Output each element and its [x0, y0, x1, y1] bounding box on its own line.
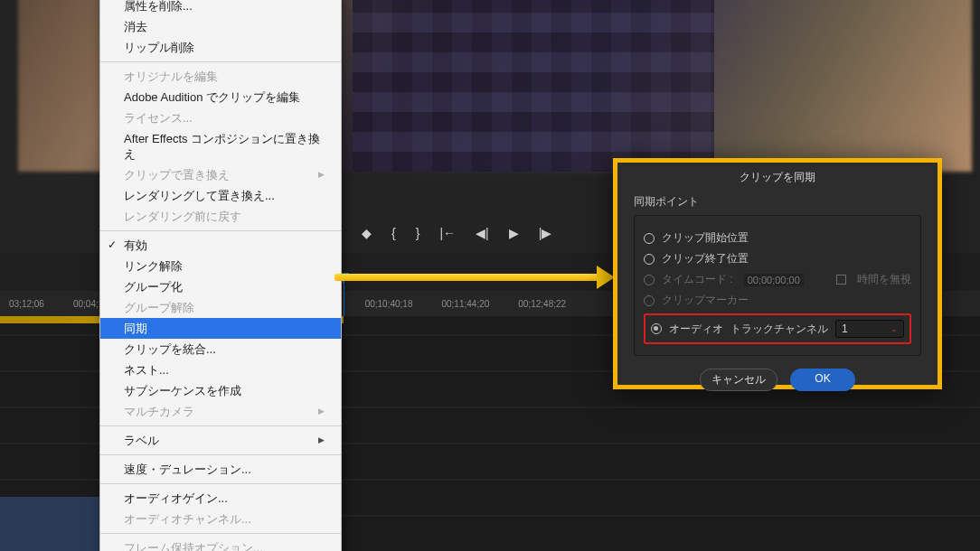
menu-item: マルチカメラ [100, 401, 341, 422]
menu-item-label: Adobe Audition でクリップを編集 [124, 89, 300, 105]
menu-separator [100, 61, 341, 62]
arrow-shaft [335, 274, 600, 281]
menu-item[interactable]: 有効 [100, 235, 341, 256]
menu-item[interactable]: サブシーケンスを作成 [100, 380, 341, 401]
menu-item[interactable]: 属性を削除... [100, 0, 341, 16]
menu-separator [100, 533, 341, 534]
menu-item-label: 属性を削除... [124, 0, 193, 14]
menu-item-label: ラベル [124, 433, 159, 448]
marker-icon[interactable]: ◆ [362, 226, 372, 240]
opt-label: タイムコード : [662, 272, 733, 287]
menu-item: フレーム保持オプション... [100, 537, 341, 551]
opt-clip-end[interactable]: クリップ終了位置 [644, 251, 911, 266]
menu-item[interactable]: 消去 [100, 16, 341, 37]
synchronize-clips-dialog: クリップを同期 同期ポイント クリップ開始位置 クリップ終了位置 タイムコード … [613, 158, 942, 389]
step-fwd-icon[interactable]: |▶ [539, 226, 552, 240]
menu-item[interactable]: クリップを統合... [100, 339, 341, 360]
menu-item: オーディオチャンネル... [100, 509, 341, 529]
menu-item-label: ネスト... [124, 362, 169, 378]
annotation-arrow [335, 269, 615, 285]
menu-item: クリップで置き換え [100, 164, 341, 185]
menu-item-label: ライセンス... [124, 110, 193, 126]
radio-icon [644, 233, 655, 244]
menu-item-label: グループ解除 [124, 300, 194, 315]
menu-item-label: クリップで置き換え [124, 167, 230, 182]
menu-item-label: クリップを統合... [124, 341, 216, 357]
menu-item-label: リップル削除 [124, 40, 194, 55]
menu-item: オリジナルを編集 [100, 66, 341, 87]
menu-item[interactable]: ネスト... [100, 360, 341, 380]
radio-icon [644, 275, 655, 285]
step-back-icon[interactable]: ◀| [476, 226, 489, 240]
opt-label: クリップ終了位置 [662, 251, 749, 266]
play-icon[interactable]: ▶ [509, 226, 519, 240]
opt-audio-highlight: オーディオ トラックチャンネル 1 ⌄ [644, 313, 911, 344]
menu-item-label: グループ化 [124, 279, 183, 294]
arrow-head-icon [597, 266, 615, 289]
menu-item-label: サブシーケンスを作成 [124, 383, 241, 398]
cancel-button[interactable]: キャンセル [700, 369, 777, 391]
menu-item-label: マルチカメラ [124, 404, 194, 419]
menu-item[interactable]: グループ化 [100, 276, 341, 297]
opt-label: クリップ開始位置 [662, 230, 749, 246]
menu-separator [100, 483, 341, 484]
ruler-tick: 00;10;40;18 [365, 299, 413, 309]
select-value: 1 [842, 322, 848, 335]
transport-controls: ◆ { } |← ◀| ▶ |▶ [362, 226, 551, 240]
ok-button[interactable]: OK [790, 369, 855, 391]
menu-separator [100, 230, 341, 231]
in-point-icon[interactable]: { [391, 226, 396, 240]
menu-item[interactable]: オーディオゲイン... [100, 488, 341, 509]
menu-item-label: レンダリング前に戻す [124, 209, 241, 224]
ruler-tick: 00;12;48;22 [518, 299, 566, 309]
ignore-hours-label: 時間を無視 [857, 272, 911, 287]
opt-clip-marker: クリップマーカー [644, 293, 911, 308]
radio-icon[interactable] [651, 323, 662, 334]
menu-item-label: 同期 [124, 321, 147, 336]
clip-context-menu: 属性を削除...消去リップル削除オリジナルを編集Adobe Audition で… [99, 0, 342, 551]
menu-item-label: オーディオゲイン... [124, 490, 228, 506]
opt-label: クリップマーカー [662, 293, 749, 308]
menu-item-label: After Effects コンポジションに置き換え [124, 131, 325, 162]
menu-item[interactable]: リップル削除 [100, 37, 341, 58]
radio-icon [644, 254, 655, 265]
opt-audio-label-b: トラックチャンネル [730, 322, 828, 337]
menu-item[interactable]: ラベル [100, 430, 341, 451]
menu-separator [100, 425, 341, 426]
timecode-value: 00;00;00;00 [744, 274, 804, 286]
menu-item-label: リンク解除 [124, 258, 183, 274]
ruler-tick: 00;11;44;20 [441, 299, 489, 309]
menu-item[interactable]: Adobe Audition でクリップを編集 [100, 87, 341, 107]
sync-point-options: クリップ開始位置 クリップ終了位置 タイムコード : 00;00;00;00 時… [634, 215, 921, 356]
checkbox-icon [836, 275, 846, 285]
out-point-icon[interactable]: } [416, 226, 420, 240]
menu-item-label: オリジナルを編集 [124, 69, 218, 84]
ruler-tick: 03;12;06 [9, 299, 44, 309]
go-to-in-icon[interactable]: |← [439, 226, 456, 240]
preview-pixelation [353, 0, 714, 172]
menu-item[interactable]: リンク解除 [100, 256, 341, 276]
opt-timecode: タイムコード : 00;00;00;00 時間を無視 [644, 272, 911, 287]
menu-item-label: 消去 [124, 19, 147, 34]
menu-item-label: レンダリングして置き換え... [124, 188, 275, 203]
menu-separator [100, 454, 341, 455]
sync-point-group-label: 同期ポイント [634, 194, 921, 210]
dialog-title: クリップを同期 [617, 163, 938, 194]
chevron-down-icon: ⌄ [890, 324, 898, 333]
menu-item: グループ解除 [100, 297, 341, 318]
menu-item[interactable]: 同期 [100, 318, 341, 339]
radio-icon [644, 295, 655, 306]
menu-item: レンダリング前に戻す [100, 206, 341, 227]
menu-item-label: 速度・デュレーション... [124, 462, 251, 477]
opt-audio-label-a: オーディオ [669, 322, 723, 337]
menu-item-label: オーディオチャンネル... [124, 511, 251, 527]
audio-track-channel-select[interactable]: 1 ⌄ [835, 320, 904, 338]
menu-item: ライセンス... [100, 107, 341, 128]
menu-item-label: 有効 [124, 238, 147, 253]
menu-item[interactable]: After Effects コンポジションに置き換え [100, 128, 341, 164]
menu-item-label: フレーム保持オプション... [124, 540, 263, 551]
menu-item[interactable]: レンダリングして置き換え... [100, 185, 341, 206]
menu-item[interactable]: 速度・デュレーション... [100, 459, 341, 480]
opt-clip-start[interactable]: クリップ開始位置 [644, 230, 911, 246]
audio-clip[interactable] [0, 497, 99, 551]
